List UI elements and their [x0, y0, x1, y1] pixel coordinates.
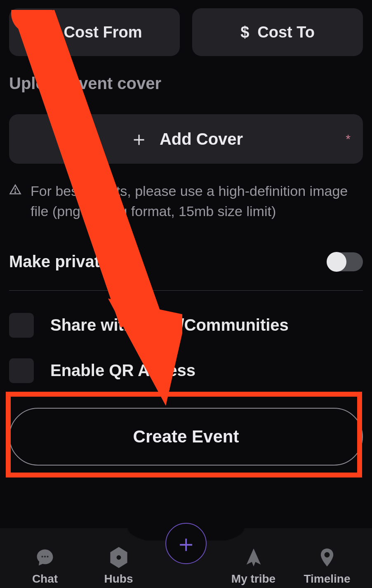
- toggle-knob: [327, 252, 346, 272]
- nav-label-chat: Chat: [32, 572, 58, 586]
- svg-point-5: [41, 556, 43, 557]
- required-marker: *: [346, 132, 351, 146]
- cost-to-placeholder: Cost To: [257, 24, 315, 41]
- make-private-row: Make private: [9, 252, 363, 291]
- add-cover-label: Add Cover: [160, 130, 243, 148]
- nav-label-timeline: Timeline: [304, 572, 350, 586]
- fab-add-button[interactable]: ＋: [165, 523, 207, 564]
- plus-icon: ＋: [174, 532, 198, 555]
- share-hubs-row: Share with Hubs/Communities: [9, 313, 363, 338]
- share-hubs-label: Share with Hubs/Communities: [50, 316, 289, 334]
- create-event-wrap: Create Event: [9, 408, 363, 466]
- cost-from-placeholder: Cost From: [64, 24, 142, 41]
- nav-item-chat[interactable]: Chat: [14, 547, 76, 586]
- svg-point-1: [15, 192, 16, 193]
- plus-icon: ＋: [129, 129, 149, 149]
- svg-point-9: [115, 554, 122, 561]
- svg-point-6: [44, 556, 46, 557]
- warning-icon: [9, 183, 21, 198]
- nav-item-mytribe[interactable]: My tribe: [223, 547, 285, 586]
- bottom-nav: Chat Hubs My tribe Timeline ＋: [0, 518, 372, 588]
- tribe-icon: [243, 547, 264, 570]
- nav-label-mytribe: My tribe: [231, 572, 275, 586]
- enable-qr-row: Enable QR Access: [9, 358, 363, 383]
- make-private-toggle[interactable]: [327, 252, 363, 271]
- svg-point-7: [47, 556, 48, 557]
- cover-hint-row: For best results, please use a high-defi…: [9, 181, 363, 222]
- svg-point-10: [325, 552, 330, 557]
- nav-item-hubs[interactable]: Hubs: [88, 547, 150, 586]
- cost-row: $ Cost From $ Cost To: [9, 8, 363, 56]
- nav-label-hubs: Hubs: [104, 572, 133, 586]
- cost-to-field[interactable]: $ Cost To: [192, 8, 363, 56]
- dollar-icon: $: [240, 24, 249, 41]
- share-hubs-checkbox[interactable]: [9, 313, 34, 338]
- nav-item-timeline[interactable]: Timeline: [296, 547, 358, 586]
- enable-qr-label: Enable QR Access: [50, 361, 195, 380]
- cover-hint-text: For best results, please use a high-defi…: [31, 181, 363, 222]
- dollar-icon: $: [47, 24, 55, 41]
- event-form-content: $ Cost From $ Cost To Upload event cover…: [0, 0, 372, 466]
- chat-icon: [34, 547, 56, 570]
- location-icon: [316, 547, 338, 570]
- hubs-icon: [108, 547, 129, 570]
- create-event-label: Create Event: [133, 427, 239, 447]
- upload-cover-label: Upload event cover: [9, 74, 363, 93]
- create-event-button[interactable]: Create Event: [9, 408, 363, 466]
- make-private-label: Make private: [9, 252, 109, 271]
- add-cover-button[interactable]: ＋ Add Cover *: [9, 114, 363, 164]
- enable-qr-checkbox[interactable]: [9, 358, 34, 383]
- cost-from-field[interactable]: $ Cost From: [9, 8, 180, 56]
